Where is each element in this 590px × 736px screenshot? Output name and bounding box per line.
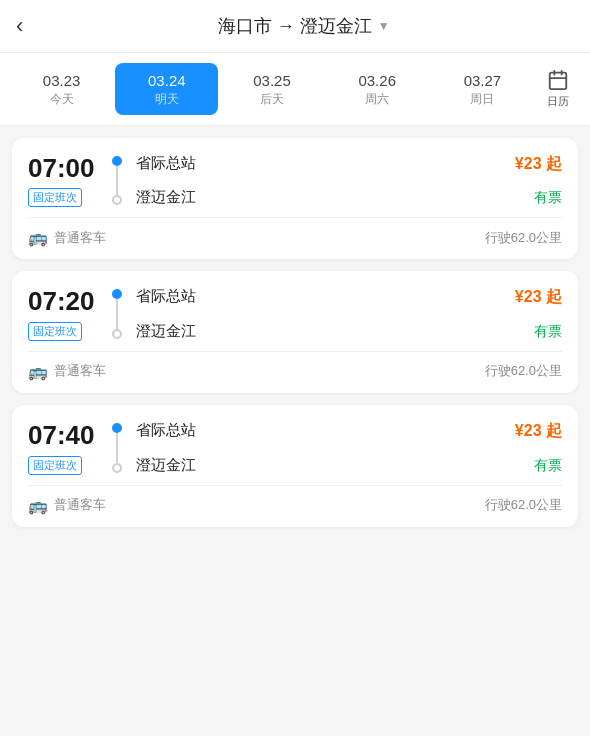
bus-time-col: 07:20 固定班次 bbox=[28, 287, 98, 341]
bus-stops-col: 省际总站 澄迈金江 bbox=[136, 154, 503, 208]
bus-stops-col: 省际总站 澄迈金江 bbox=[136, 421, 503, 475]
bus-type-badge: 固定班次 bbox=[28, 322, 82, 341]
calendar-icon bbox=[547, 69, 569, 91]
bus-vehicle-icon: 🚌 bbox=[28, 362, 48, 381]
bus-vehicle-info: 🚌 普通客车 bbox=[28, 362, 106, 381]
bus-price-col: ¥23 起 有票 bbox=[515, 421, 562, 475]
date-tab-date: 03.26 bbox=[330, 70, 425, 91]
bus-route-indicator bbox=[110, 154, 124, 208]
bus-price: ¥23 起 bbox=[515, 421, 562, 442]
bus-dest-stop: 澄迈金江 bbox=[136, 456, 503, 475]
bus-vehicle-type: 普通客车 bbox=[54, 496, 106, 514]
bus-card[interactable]: 07:00 固定班次 省际总站 澄迈金江 ¥23 起 有票 🚌 普通客车 bbox=[12, 138, 578, 260]
bus-origin-stop: 省际总站 bbox=[136, 421, 503, 440]
date-tabs-bar: 03.23 今天 03.24 明天 03.25 后天 03.26 周六 03.2… bbox=[0, 53, 590, 126]
bus-card-top: 07:20 固定班次 省际总站 澄迈金江 ¥23 起 有票 bbox=[28, 287, 562, 341]
date-tab-label: 周日 bbox=[435, 91, 530, 108]
date-tab-tab-0327[interactable]: 03.27 周日 bbox=[431, 63, 534, 115]
bus-vehicle-info: 🚌 普通客车 bbox=[28, 228, 106, 247]
date-tab-tab-0325[interactable]: 03.25 后天 bbox=[220, 63, 323, 115]
bus-departure-time: 07:40 bbox=[28, 421, 95, 450]
bus-vehicle-icon: 🚌 bbox=[28, 496, 48, 515]
route-title[interactable]: 海口市 → 澄迈金江 ▼ bbox=[33, 14, 574, 38]
bus-route-indicator bbox=[110, 287, 124, 341]
bus-card-bottom: 🚌 普通客车 行驶62.0公里 bbox=[28, 217, 562, 247]
date-tab-date: 03.27 bbox=[435, 70, 530, 91]
bus-departure-time: 07:20 bbox=[28, 287, 95, 316]
route-dest-dot bbox=[112, 463, 122, 473]
bus-price: ¥23 起 bbox=[515, 154, 562, 175]
date-tab-tab-0323[interactable]: 03.23 今天 bbox=[10, 63, 113, 115]
bus-card[interactable]: 07:40 固定班次 省际总站 澄迈金江 ¥23 起 有票 🚌 普通客车 bbox=[12, 405, 578, 527]
date-tab-label: 今天 bbox=[14, 91, 109, 108]
bus-route-indicator bbox=[110, 421, 124, 475]
bus-card-bottom: 🚌 普通客车 行驶62.0公里 bbox=[28, 351, 562, 381]
date-tab-date: 03.25 bbox=[224, 70, 319, 91]
date-tab-tab-0324[interactable]: 03.24 明天 bbox=[115, 63, 218, 115]
header: ‹ 海口市 → 澄迈金江 ▼ bbox=[0, 0, 590, 53]
bus-vehicle-icon: 🚌 bbox=[28, 228, 48, 247]
bus-stops-col: 省际总站 澄迈金江 bbox=[136, 287, 503, 341]
bus-price-col: ¥23 起 有票 bbox=[515, 287, 562, 341]
back-button[interactable]: ‹ bbox=[16, 15, 33, 37]
bus-distance: 行驶62.0公里 bbox=[485, 362, 562, 380]
calendar-button[interactable]: 日历 bbox=[536, 69, 580, 109]
bus-time-col: 07:00 固定班次 bbox=[28, 154, 98, 208]
bus-time-col: 07:40 固定班次 bbox=[28, 421, 98, 475]
bus-dest-stop: 澄迈金江 bbox=[136, 322, 503, 341]
bus-origin-stop: 省际总站 bbox=[136, 287, 503, 306]
bus-list: 07:00 固定班次 省际总站 澄迈金江 ¥23 起 有票 🚌 普通客车 bbox=[0, 126, 590, 539]
bus-vehicle-info: 🚌 普通客车 bbox=[28, 496, 106, 515]
svg-rect-0 bbox=[550, 73, 567, 90]
chevron-down-icon: ▼ bbox=[378, 19, 390, 33]
bus-distance: 行驶62.0公里 bbox=[485, 496, 562, 514]
bus-type-badge: 固定班次 bbox=[28, 188, 82, 207]
bus-card-top: 07:40 固定班次 省际总站 澄迈金江 ¥23 起 有票 bbox=[28, 421, 562, 475]
route-origin-dot bbox=[112, 289, 122, 299]
bus-dest-stop: 澄迈金江 bbox=[136, 188, 503, 207]
date-tab-date: 03.24 bbox=[119, 70, 214, 91]
route-line bbox=[116, 166, 118, 196]
bus-price-col: ¥23 起 有票 bbox=[515, 154, 562, 208]
route-line bbox=[116, 433, 118, 463]
bus-distance: 行驶62.0公里 bbox=[485, 229, 562, 247]
route-title-text: 海口市 → 澄迈金江 bbox=[218, 14, 372, 38]
date-tab-date: 03.23 bbox=[14, 70, 109, 91]
date-tab-label: 明天 bbox=[119, 91, 214, 108]
route-dest-dot bbox=[112, 329, 122, 339]
bus-card-bottom: 🚌 普通客车 行驶62.0公里 bbox=[28, 485, 562, 515]
bus-price: ¥23 起 bbox=[515, 287, 562, 308]
route-origin-dot bbox=[112, 156, 122, 166]
date-tab-tab-0326[interactable]: 03.26 周六 bbox=[326, 63, 429, 115]
date-tab-label: 周六 bbox=[330, 91, 425, 108]
calendar-label: 日历 bbox=[547, 94, 569, 109]
bus-vehicle-type: 普通客车 bbox=[54, 229, 106, 247]
bus-ticket-status: 有票 bbox=[534, 323, 562, 341]
bus-type-badge: 固定班次 bbox=[28, 456, 82, 475]
bus-origin-stop: 省际总站 bbox=[136, 154, 503, 173]
bus-vehicle-type: 普通客车 bbox=[54, 362, 106, 380]
bus-ticket-status: 有票 bbox=[534, 189, 562, 207]
route-origin-dot bbox=[112, 423, 122, 433]
bus-ticket-status: 有票 bbox=[534, 457, 562, 475]
bus-departure-time: 07:00 bbox=[28, 154, 95, 183]
bus-card-top: 07:00 固定班次 省际总站 澄迈金江 ¥23 起 有票 bbox=[28, 154, 562, 208]
route-line bbox=[116, 299, 118, 329]
route-dest-dot bbox=[112, 195, 122, 205]
bus-card[interactable]: 07:20 固定班次 省际总站 澄迈金江 ¥23 起 有票 🚌 普通客车 bbox=[12, 271, 578, 393]
date-tab-label: 后天 bbox=[224, 91, 319, 108]
